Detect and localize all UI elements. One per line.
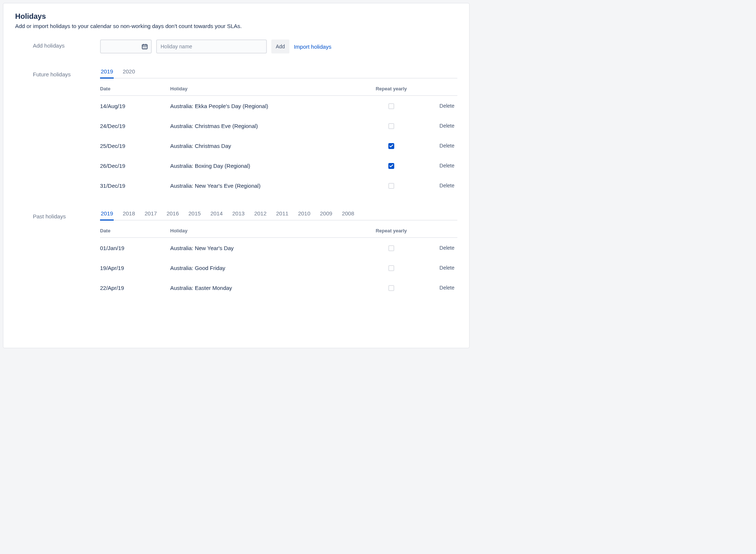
cell-holiday: Australia: Good Friday bbox=[170, 258, 365, 278]
year-tab-2014[interactable]: 2014 bbox=[210, 210, 223, 221]
holidays-panel: Holidays Add or import holidays to your … bbox=[3, 3, 470, 348]
table-row: 24/Dec/19Australia: Christmas Eve (Regio… bbox=[100, 116, 457, 136]
col-repeat: Repeat yearly bbox=[365, 226, 420, 238]
cell-date: 01/Jan/19 bbox=[100, 238, 170, 258]
future-year-tabs: 20192020 bbox=[100, 68, 457, 79]
delete-link[interactable]: Delete bbox=[420, 238, 457, 258]
repeat-yearly-checkbox[interactable] bbox=[388, 285, 394, 291]
cell-date: 24/Dec/19 bbox=[100, 116, 170, 136]
repeat-yearly-checkbox[interactable] bbox=[388, 265, 394, 271]
year-tab-2018[interactable]: 2018 bbox=[122, 210, 135, 221]
future-holidays-section: Future holidays 20192020 Date Holiday Re… bbox=[15, 68, 457, 195]
import-holidays-link[interactable]: Import holidays bbox=[294, 44, 331, 50]
cell-repeat bbox=[365, 156, 420, 176]
table-row: 19/Apr/19Australia: Good FridayDelete bbox=[100, 258, 457, 278]
delete-link[interactable]: Delete bbox=[420, 116, 457, 136]
year-tab-2013[interactable]: 2013 bbox=[231, 210, 245, 221]
svg-point-6 bbox=[145, 47, 146, 48]
year-tab-2010[interactable]: 2010 bbox=[297, 210, 311, 221]
future-holidays-table: Date Holiday Repeat yearly 14/Aug/19Aust… bbox=[100, 84, 457, 195]
delete-link[interactable]: Delete bbox=[420, 156, 457, 176]
col-date: Date bbox=[100, 226, 170, 238]
delete-link[interactable]: Delete bbox=[420, 176, 457, 195]
delete-link[interactable]: Delete bbox=[420, 278, 457, 298]
year-tab-2011[interactable]: 2011 bbox=[275, 210, 289, 221]
cell-repeat bbox=[365, 136, 420, 156]
year-tab-2016[interactable]: 2016 bbox=[166, 210, 179, 221]
year-tab-2009[interactable]: 2009 bbox=[319, 210, 333, 221]
past-holidays-section: Past holidays 20192018201720162015201420… bbox=[15, 210, 457, 298]
cell-holiday: Australia: New Year's Day bbox=[170, 238, 365, 258]
repeat-yearly-checkbox[interactable] bbox=[388, 163, 394, 169]
cell-holiday: Australia: Ekka People's Day (Regional) bbox=[170, 96, 365, 116]
future-holidays-label: Future holidays bbox=[15, 68, 100, 77]
table-row: 26/Dec/19Australia: Boxing Day (Regional… bbox=[100, 156, 457, 176]
past-holidays-table: Date Holiday Repeat yearly 01/Jan/19Aust… bbox=[100, 226, 457, 298]
svg-point-7 bbox=[143, 48, 144, 49]
repeat-yearly-checkbox[interactable] bbox=[388, 245, 394, 251]
cell-date: 22/Apr/19 bbox=[100, 278, 170, 298]
table-row: 25/Dec/19Australia: Christmas DayDelete bbox=[100, 136, 457, 156]
delete-link[interactable]: Delete bbox=[420, 258, 457, 278]
add-holidays-label: Add holidays bbox=[15, 39, 100, 49]
repeat-yearly-checkbox[interactable] bbox=[388, 123, 394, 129]
table-row: 31/Dec/19Australia: New Year's Eve (Regi… bbox=[100, 176, 457, 195]
cell-repeat bbox=[365, 116, 420, 136]
holiday-date-input[interactable] bbox=[100, 39, 152, 53]
holiday-name-input[interactable] bbox=[156, 39, 267, 53]
table-row: 22/Apr/19Australia: Easter MondayDelete bbox=[100, 278, 457, 298]
cell-repeat bbox=[365, 258, 420, 278]
year-tab-2017[interactable]: 2017 bbox=[144, 210, 158, 221]
delete-link[interactable]: Delete bbox=[420, 96, 457, 116]
col-holiday: Holiday bbox=[170, 84, 365, 96]
cell-date: 25/Dec/19 bbox=[100, 136, 170, 156]
cell-repeat bbox=[365, 176, 420, 195]
repeat-yearly-checkbox[interactable] bbox=[388, 183, 394, 189]
table-row: 01/Jan/19Australia: New Year's DayDelete bbox=[100, 238, 457, 258]
cell-holiday: Australia: Christmas Eve (Regional) bbox=[170, 116, 365, 136]
col-action bbox=[420, 84, 457, 96]
svg-point-5 bbox=[144, 47, 145, 48]
cell-repeat bbox=[365, 238, 420, 258]
table-row: 14/Aug/19Australia: Ekka People's Day (R… bbox=[100, 96, 457, 116]
year-tab-2019[interactable]: 2019 bbox=[100, 68, 114, 79]
year-tab-2019[interactable]: 2019 bbox=[100, 210, 114, 221]
svg-point-8 bbox=[144, 48, 145, 49]
cell-holiday: Australia: Boxing Day (Regional) bbox=[170, 156, 365, 176]
cell-holiday: Australia: New Year's Eve (Regional) bbox=[170, 176, 365, 195]
year-tab-2015[interactable]: 2015 bbox=[188, 210, 202, 221]
past-holidays-label: Past holidays bbox=[15, 210, 100, 219]
col-action bbox=[420, 226, 457, 238]
year-tab-2012[interactable]: 2012 bbox=[254, 210, 267, 221]
delete-link[interactable]: Delete bbox=[420, 136, 457, 156]
cell-date: 14/Aug/19 bbox=[100, 96, 170, 116]
cell-repeat bbox=[365, 278, 420, 298]
cell-holiday: Australia: Easter Monday bbox=[170, 278, 365, 298]
year-tab-2020[interactable]: 2020 bbox=[122, 68, 135, 79]
repeat-yearly-checkbox[interactable] bbox=[388, 103, 394, 109]
cell-repeat bbox=[365, 96, 420, 116]
col-repeat: Repeat yearly bbox=[365, 84, 420, 96]
year-tab-2008[interactable]: 2008 bbox=[341, 210, 355, 221]
cell-date: 19/Apr/19 bbox=[100, 258, 170, 278]
cell-date: 26/Dec/19 bbox=[100, 156, 170, 176]
repeat-yearly-checkbox[interactable] bbox=[388, 143, 394, 149]
page-subtitle: Add or import holidays to your calendar … bbox=[15, 23, 457, 29]
svg-point-4 bbox=[143, 47, 144, 48]
cell-holiday: Australia: Christmas Day bbox=[170, 136, 365, 156]
col-holiday: Holiday bbox=[170, 226, 365, 238]
svg-point-9 bbox=[145, 48, 146, 49]
add-holidays-section: Add holidays Ad bbox=[15, 39, 457, 53]
past-year-tabs: 2019201820172016201520142013201220112010… bbox=[100, 210, 457, 221]
calendar-icon bbox=[141, 43, 148, 50]
add-button[interactable]: Add bbox=[271, 39, 289, 53]
page-title: Holidays bbox=[15, 12, 457, 21]
cell-date: 31/Dec/19 bbox=[100, 176, 170, 195]
col-date: Date bbox=[100, 84, 170, 96]
